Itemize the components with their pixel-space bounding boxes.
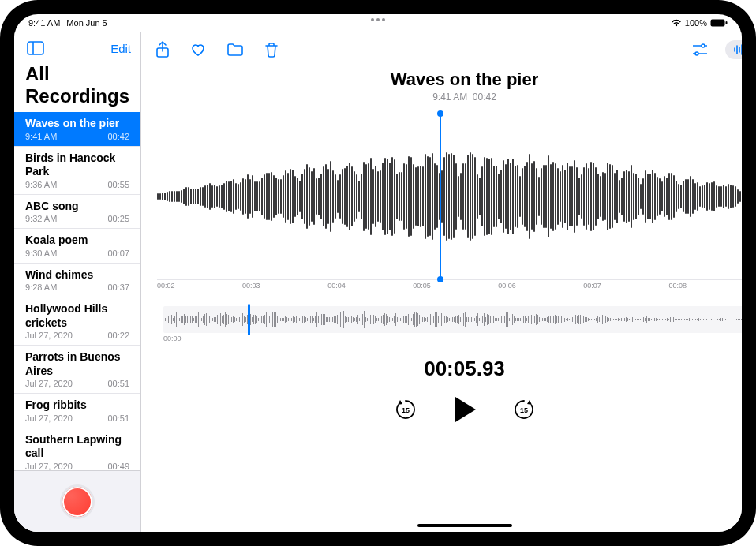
recording-item-time: 9:32 AM [25, 214, 57, 223]
recording-item[interactable]: Hollywood Hills cricketsJul 27, 202000:2… [14, 297, 140, 346]
battery-icon [710, 19, 728, 27]
recording-item-time: 9:41 AM [25, 132, 57, 141]
home-indicator[interactable] [417, 524, 512, 527]
recording-subtitle: 9:41 AM 00:42 [141, 92, 742, 103]
recording-item-time: Jul 27, 2020 [25, 331, 73, 340]
record-bar [14, 470, 140, 532]
waveform-ruler: 00:0200:0300:0400:0500:0600:0700:0800:09 [157, 279, 742, 292]
recording-item-dur: 00:55 [107, 180, 129, 189]
rewind-15-button[interactable]: 15 [394, 398, 417, 421]
recording-item[interactable]: ABC song9:32 AM00:25 [14, 195, 140, 230]
favorite-button[interactable] [187, 39, 209, 60]
overview-start-label: 00:00 [163, 335, 182, 342]
ruler-tick: 00:04 [327, 282, 346, 292]
recording-item-time: 9:36 AM [25, 180, 57, 189]
waveform-icon [733, 44, 742, 55]
forward-15-button[interactable]: 15 [512, 398, 536, 421]
toggle-sidebar-button[interactable] [24, 38, 47, 58]
recording-item-time: 9:30 AM [25, 249, 57, 258]
ruler-tick: 00:07 [583, 282, 601, 292]
recording-item-name: Parrots in Buenos Aires [25, 350, 129, 378]
multitask-dots[interactable] [371, 18, 385, 21]
battery-pct: 100% [685, 18, 707, 28]
recording-item-time: Jul 27, 2020 [25, 462, 73, 471]
svg-rect-2 [28, 42, 43, 54]
ruler-tick: 00:08 [668, 282, 687, 292]
status-date: Mon Jun 5 [66, 18, 107, 28]
ruler-tick: 00:02 [157, 282, 175, 292]
svg-text:15: 15 [520, 406, 528, 414]
ruler-tick: 00:03 [242, 282, 260, 292]
overview-playhead[interactable] [248, 304, 250, 335]
recordings-list[interactable]: Waves on the pier9:41 AM00:42Birds in Ha… [14, 112, 140, 470]
recording-item-time: Jul 27, 2020 [25, 413, 73, 423]
recording-item-dur: 00:37 [107, 282, 129, 292]
recording-item-name: Wind chimes [25, 268, 129, 282]
svg-point-8 [695, 52, 698, 55]
recording-item[interactable]: Southern Lapwing callJul 27, 202000:49 [14, 428, 140, 471]
recording-item[interactable]: Frog ribbitsJul 27, 202000:51 [14, 394, 140, 428]
recording-item-dur: 00:49 [107, 462, 129, 471]
recording-item[interactable]: Birds in Hancock Park9:36 AM00:55 [14, 147, 140, 195]
recording-item[interactable]: Parrots in Buenos AiresJul 27, 202000:51 [14, 346, 140, 394]
recording-item-dur: 00:51 [107, 379, 129, 388]
recording-item-dur: 00:22 [107, 331, 129, 340]
recording-item-dur: 00:25 [107, 214, 129, 223]
transport-controls: 15 15 [141, 395, 742, 424]
delete-button[interactable] [261, 39, 282, 61]
recording-item-name: Southern Lapwing call [25, 433, 129, 461]
sidebar: Edit All Recordings Waves on the pier9:4… [14, 32, 141, 532]
recording-item-dur: 00:07 [107, 249, 129, 258]
wifi-icon [671, 19, 682, 27]
recording-item-time: Jul 27, 2020 [25, 379, 73, 388]
svg-rect-1 [726, 21, 728, 24]
status-time: 9:41 AM [28, 18, 60, 28]
sidebar-edit-button[interactable]: Edit [110, 42, 131, 55]
ruler-tick: 00:06 [498, 282, 516, 292]
recording-item[interactable]: Waves on the pier9:41 AM00:42 [14, 112, 140, 147]
recording-item-name: Birds in Hancock Park [25, 151, 129, 179]
svg-point-6 [702, 44, 705, 47]
recording-item[interactable]: Koala poem9:30 AM00:07 [14, 229, 140, 264]
share-button[interactable] [152, 38, 173, 62]
playhead[interactable] [440, 114, 441, 279]
recording-item-name: Waves on the pier [25, 117, 129, 131]
sidebar-title: All Recordings [14, 62, 140, 112]
ruler-tick: 00:05 [413, 282, 431, 292]
recording-item-name: Hollywood Hills crickets [25, 302, 129, 330]
recording-item-name: Frog ribbits [25, 398, 129, 413]
record-button[interactable] [60, 484, 95, 519]
waveform-main[interactable] [157, 114, 742, 279]
recording-item-name: Koala poem [25, 234, 129, 248]
recording-sub-dur: 00:42 [473, 92, 496, 103]
waveform-overview[interactable] [163, 306, 742, 333]
recording-item-name: ABC song [25, 200, 129, 214]
folder-button[interactable] [223, 39, 247, 60]
svg-rect-0 [711, 20, 725, 27]
edit-recording-button[interactable]: Edit [725, 40, 742, 59]
status-bar: 9:41 AM Mon Jun 5 100% [14, 14, 742, 32]
settings-sliders-button[interactable] [689, 40, 711, 59]
detail-pane: Edit Waves on the pier 9:41 AM 00:42 00:… [141, 32, 742, 532]
play-button[interactable] [452, 395, 477, 424]
recording-item-dur: 00:51 [107, 413, 129, 423]
svg-text:15: 15 [402, 406, 410, 414]
recording-item-dur: 00:42 [107, 132, 129, 141]
playback-timer: 00:05.93 [141, 357, 742, 381]
recording-item[interactable]: Wind chimes9:28 AM00:37 [14, 264, 140, 298]
recording-title[interactable]: Waves on the pier [141, 69, 742, 90]
recording-sub-time: 9:41 AM [432, 92, 467, 103]
recording-item-time: 9:28 AM [25, 282, 57, 292]
